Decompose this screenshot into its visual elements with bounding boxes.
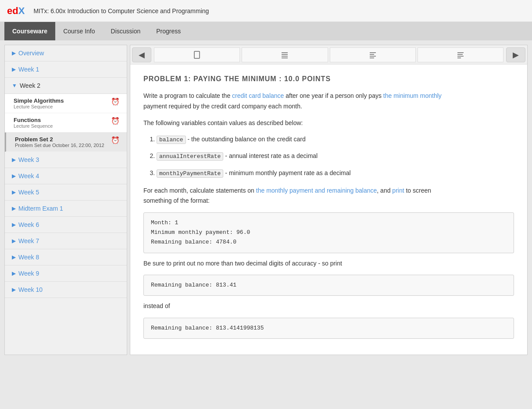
- logo-ed: ed: [7, 5, 18, 16]
- sidebar-item-label: Week 9: [18, 270, 39, 277]
- sub-item-title: Simple Algorithms: [14, 97, 64, 104]
- sidebar-item-label: Week 4: [18, 172, 39, 179]
- sidebar-item-label: Week 10: [18, 286, 43, 293]
- alarm-icon: ⏰: [111, 136, 120, 144]
- intro-text: Write a program to calculate the credit …: [143, 91, 514, 112]
- sidebar-item-label: Week 6: [18, 221, 39, 228]
- sidebar-item-week6[interactable]: ▶ Week 6: [5, 217, 127, 233]
- sidebar-item-midterm[interactable]: ▶ Midterm Exam 1: [5, 201, 127, 217]
- code-block-2: Remaining balance: 813.41: [143, 275, 514, 296]
- nav-tabs: Courseware Course Info Discussion Progre…: [0, 22, 532, 40]
- sidebar-item-week5[interactable]: ▶ Week 5: [5, 184, 127, 201]
- sidebar-item-week10[interactable]: ▶ Week 10: [5, 282, 127, 298]
- tab-courseware[interactable]: Courseware: [4, 22, 55, 40]
- arrow-icon: ▶: [12, 189, 16, 195]
- arrow-icon: ▶: [12, 254, 16, 260]
- nav-icon-list3[interactable]: [418, 47, 503, 62]
- arrow-icon: ▶: [12, 157, 16, 163]
- sidebar-item-week4[interactable]: ▶ Week 4: [5, 168, 127, 184]
- sidebar-item-week2[interactable]: ▼ Week 2: [5, 78, 127, 94]
- sidebar-sub-item-simple-algorithms[interactable]: Simple Algorithms Lecture Sequence ⏰: [5, 94, 127, 113]
- header: edX MITx: 6.00x Introduction to Computer…: [0, 0, 532, 22]
- sidebar-week2-sub: Simple Algorithms Lecture Sequence ⏰ Fun…: [5, 94, 127, 152]
- tab-course-info[interactable]: Course Info: [55, 22, 103, 40]
- code-monthly-payment: monthlyPaymentRate: [157, 169, 223, 178]
- code-annual-interest: annualInterestRate: [157, 152, 223, 161]
- sub-item-title: Functions: [14, 117, 53, 123]
- nav-icon-list1[interactable]: [242, 47, 328, 62]
- tab-discussion[interactable]: Discussion: [103, 22, 149, 40]
- sub-item-text: Simple Algorithms Lecture Sequence: [14, 97, 64, 109]
- monthly-text: For each month, calculate statements on …: [143, 186, 514, 207]
- logo-x: X: [18, 5, 25, 16]
- sidebar-sub-item-problem-set-2[interactable]: Problem Set 2 Problem Set due October 16…: [5, 133, 127, 152]
- arrow-icon: ▶: [12, 222, 16, 228]
- problem-content: PROBLEM 1: PAYING THE MINIMUM : 10.0 POI…: [130, 65, 527, 355]
- variables-intro: The following variables contain values a…: [143, 118, 514, 129]
- sub-item-due: Problem Set due October 16, 22:00, 2012: [15, 143, 104, 148]
- sidebar-item-label: Week 1: [18, 66, 39, 73]
- var-description: - minimum monthly payment rate as a deci…: [225, 169, 350, 176]
- sub-item-subtitle: Lecture Sequence: [14, 104, 64, 109]
- sidebar-item-label: Week 8: [18, 254, 39, 261]
- code-block-1: Month: 1 Minimum monthly payment: 96.0 R…: [143, 212, 514, 253]
- arrow-icon: ▼: [12, 83, 17, 89]
- list-item: monthlyPaymentRate - minimum monthly pay…: [157, 168, 514, 179]
- alarm-icon: ⏰: [111, 97, 120, 106]
- nav-next-button[interactable]: ▶: [506, 47, 525, 62]
- sub-item-text: Functions Lecture Sequence: [14, 117, 53, 129]
- sub-item-subtitle: Lecture Sequence: [14, 123, 53, 129]
- variables-list: balance - the outstanding balance on the…: [157, 134, 514, 178]
- sidebar: ▶ Overview ▶ Week 1 ▼ Week 2 Simple Algo…: [4, 45, 127, 355]
- content-area: ◀: [130, 45, 528, 355]
- sub-item-text: Problem Set 2 Problem Set due October 16…: [15, 136, 104, 148]
- sidebar-item-week3[interactable]: ▶ Week 3: [5, 152, 127, 168]
- arrow-icon: ▶: [12, 66, 16, 72]
- nav-icon-page[interactable]: [154, 47, 240, 62]
- nav-icon-list2[interactable]: [330, 47, 416, 62]
- list-item: balance - the outstanding balance on the…: [157, 134, 514, 145]
- content-nav: ◀: [130, 45, 527, 65]
- problem-title: PROBLEM 1: PAYING THE MINIMUM : 10.0 POI…: [143, 75, 514, 83]
- instead-text: instead of: [143, 301, 514, 312]
- var-description: - annual interest rate as a decimal: [225, 152, 318, 159]
- sidebar-item-label: Week 5: [18, 189, 39, 196]
- arrow-icon: ▶: [12, 270, 16, 276]
- arrow-icon: ▶: [12, 287, 16, 293]
- list-item: annualInterestRate - annual interest rat…: [157, 151, 514, 161]
- sidebar-item-label: Week 3: [18, 156, 39, 163]
- header-title: MITx: 6.00x Introduction to Computer Sci…: [33, 7, 209, 14]
- sidebar-item-label: Midterm Exam 1: [18, 205, 63, 212]
- main-layout: ▶ Overview ▶ Week 1 ▼ Week 2 Simple Algo…: [4, 45, 528, 355]
- arrow-icon: ▶: [12, 238, 16, 244]
- sidebar-item-week7[interactable]: ▶ Week 7: [5, 233, 127, 249]
- sidebar-item-week1[interactable]: ▶ Week 1: [5, 61, 127, 78]
- decimal-text: Be sure to print out no more than two de…: [143, 258, 514, 269]
- sidebar-item-label: Week 7: [18, 237, 39, 244]
- sidebar-sub-item-functions[interactable]: Functions Lecture Sequence ⏰: [5, 113, 127, 133]
- sidebar-item-label: Week 2: [20, 82, 40, 89]
- code-block-3: Remaining balance: 813.4141998135: [143, 318, 514, 339]
- logo[interactable]: edX: [7, 5, 25, 17]
- sidebar-item-overview[interactable]: ▶ Overview: [5, 45, 127, 61]
- sidebar-item-week9[interactable]: ▶ Week 9: [5, 265, 127, 282]
- nav-prev-button[interactable]: ◀: [132, 47, 151, 62]
- arrow-icon: ▶: [12, 50, 16, 56]
- svg-rect-0: [194, 51, 200, 58]
- sub-item-title: Problem Set 2: [15, 136, 104, 143]
- arrow-icon: ▶: [12, 173, 16, 179]
- alarm-icon: ⏰: [111, 117, 120, 125]
- arrow-icon: ▶: [12, 205, 16, 212]
- code-balance: balance: [157, 136, 186, 144]
- sidebar-item-label: Overview: [18, 50, 44, 57]
- tab-progress[interactable]: Progress: [148, 22, 189, 40]
- var-description: - the outstanding balance on the credit …: [188, 136, 306, 143]
- sidebar-item-week8[interactable]: ▶ Week 8: [5, 249, 127, 265]
